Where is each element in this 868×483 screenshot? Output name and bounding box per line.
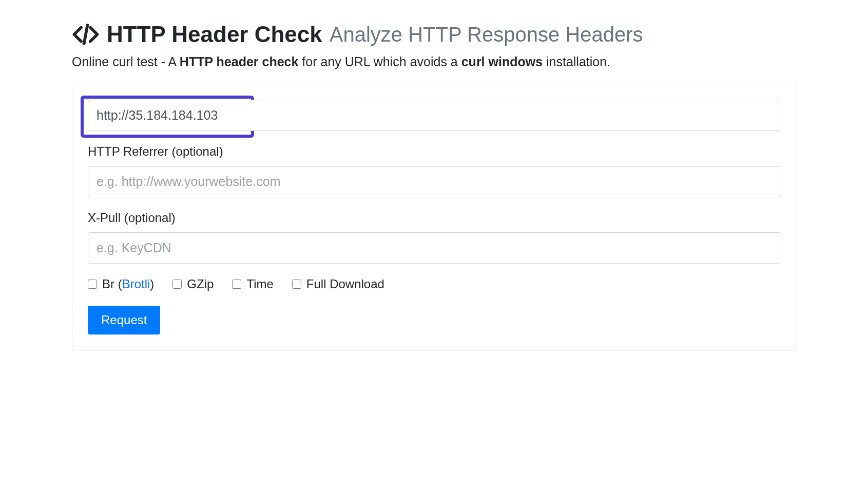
page-subtitle: Analyze HTTP Response Headers <box>330 23 643 46</box>
option-time[interactable]: Time <box>232 277 273 291</box>
page-title: HTTP Header Check Analyze HTTP Response … <box>72 21 796 48</box>
option-gzip[interactable]: GZip <box>172 277 214 291</box>
svg-line-0 <box>84 25 88 44</box>
desc-mid: for any URL which avoids a <box>298 54 461 69</box>
option-full-download-label: Full Download <box>306 277 384 291</box>
checkbox-br[interactable] <box>88 280 97 289</box>
brotli-link[interactable]: Brotli <box>122 277 150 291</box>
br-prefix: Br ( <box>102 277 122 291</box>
checkbox-full-download[interactable] <box>292 280 301 289</box>
page-title-text: HTTP Header Check <box>107 22 322 47</box>
br-suffix: ) <box>150 277 154 291</box>
desc-suffix: installation. <box>543 54 610 69</box>
desc-bold2: curl windows <box>461 54 543 69</box>
option-br-text: Br (Brotli) <box>102 277 154 291</box>
url-input[interactable] <box>88 100 780 131</box>
request-button[interactable]: Request <box>88 306 160 335</box>
form-card: URL HTTP Referrer (optional) X-Pull (opt… <box>72 85 796 350</box>
option-time-label: Time <box>246 277 273 291</box>
checkbox-time[interactable] <box>232 280 241 289</box>
code-icon <box>72 21 100 48</box>
checkbox-gzip[interactable] <box>172 280 182 289</box>
referrer-label: HTTP Referrer (optional) <box>88 144 780 159</box>
xpull-label: X-Pull (optional) <box>88 211 780 225</box>
xpull-input[interactable] <box>88 232 780 264</box>
option-br[interactable]: Br (Brotli) <box>88 277 154 291</box>
referrer-input[interactable] <box>88 166 780 197</box>
desc-bold1: HTTP header check <box>180 54 299 69</box>
option-full-download[interactable]: Full Download <box>292 277 384 291</box>
desc-prefix: Online curl test - A <box>72 54 180 69</box>
option-gzip-label: GZip <box>187 277 214 291</box>
page-description: Online curl test - A HTTP header check f… <box>72 54 796 69</box>
options-row: Br (Brotli) GZip Time Full Download <box>88 277 780 291</box>
